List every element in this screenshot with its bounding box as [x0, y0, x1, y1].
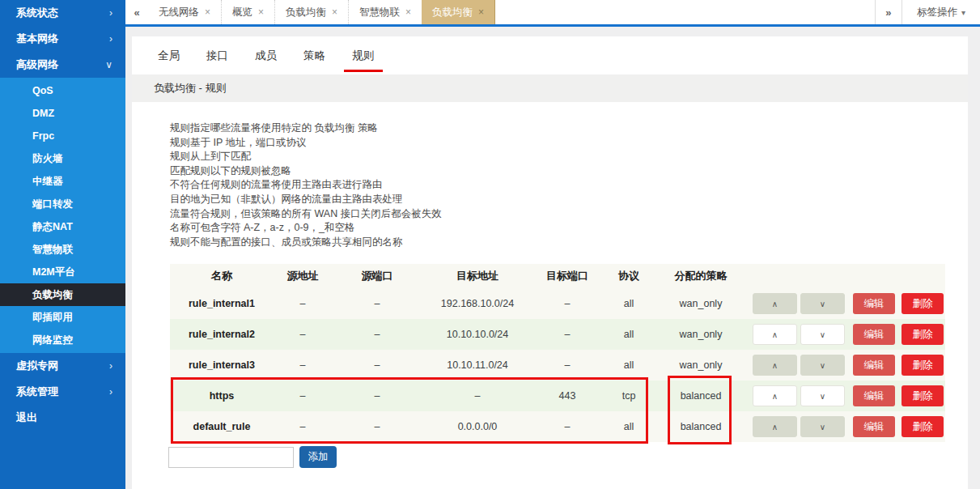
- move-down-button[interactable]: ∨: [800, 355, 845, 376]
- tab-actions-dropdown[interactable]: 标签操作 ▾: [902, 0, 980, 24]
- description-line: 名称可包含字符 A-Z，a-z，0-9，_和空格: [170, 221, 968, 236]
- scroll-tabs-right-button[interactable]: »: [875, 0, 902, 24]
- move-up-button[interactable]: ∧: [753, 355, 797, 376]
- description-line: 匹配规则以下的规则被忽略: [170, 164, 968, 179]
- up-arrow-icon: ∧: [772, 392, 778, 401]
- sidebar-item-basic-network[interactable]: 基本网络 ›: [0, 26, 125, 52]
- table-row: rule_internal3 – – 10.10.11.0/24 – all w…: [170, 350, 945, 381]
- edit-button[interactable]: 编辑: [853, 293, 895, 314]
- move-up-button[interactable]: ∧: [753, 385, 797, 406]
- sidebar-item-firewall[interactable]: 防火墙: [0, 147, 125, 170]
- col-header-proto: 协议: [602, 269, 655, 283]
- rules-description: 规则指定哪些流量将使用特定的 负载均衡 策略 规则基于 IP 地址，端口或协议 …: [170, 121, 968, 249]
- down-arrow-icon: ∨: [820, 361, 825, 370]
- tab-smart-iot[interactable]: 智慧物联 ×: [348, 0, 422, 24]
- description-line: 不符合任何规则的流量将使用主路由表进行路由: [170, 178, 968, 193]
- edit-button[interactable]: 编辑: [853, 385, 895, 406]
- sidebar-item-frpc[interactable]: Frpc: [0, 125, 125, 147]
- delete-button[interactable]: 删除: [902, 355, 944, 376]
- sidebar-item-smart-iot[interactable]: 智慧物联: [0, 238, 125, 261]
- tab-rules[interactable]: 规则: [352, 36, 374, 74]
- tab-wireless-network[interactable]: 无线网络 ×: [148, 0, 221, 24]
- sidebar-item-static-nat[interactable]: 静态NAT: [0, 215, 125, 238]
- delete-button[interactable]: 删除: [902, 416, 944, 437]
- down-arrow-icon: ∨: [820, 300, 825, 308]
- double-chevron-right-icon: »: [885, 6, 891, 19]
- breadcrumb: 负载均衡 - 规则: [132, 74, 968, 102]
- description-line: 规则从上到下匹配: [170, 150, 968, 164]
- scroll-tabs-left-button[interactable]: «: [125, 0, 148, 24]
- tab-actions-label: 标签操作: [917, 6, 957, 19]
- move-down-button[interactable]: ∨: [800, 293, 845, 314]
- sidebar-item-logout[interactable]: 退出: [0, 405, 125, 431]
- delete-button[interactable]: 删除: [902, 293, 944, 314]
- caret-down-icon: ▾: [961, 8, 965, 17]
- chevron-down-icon: ∨: [105, 59, 112, 70]
- chevron-right-icon: ›: [109, 7, 112, 19]
- rule-name: rule_internal1: [170, 298, 274, 309]
- double-chevron-left-icon: «: [134, 6, 139, 19]
- sidebar: 系统状态 › 基本网络 › 高级网络 ∨ QoS DMZ Frpc 防火墙 中继…: [0, 0, 125, 489]
- sidebar-item-port-forward[interactable]: 端口转发: [0, 193, 125, 215]
- tab-global[interactable]: 全局: [158, 36, 180, 74]
- move-down-button[interactable]: ∨: [800, 385, 845, 406]
- rule-name: rule_internal2: [170, 329, 274, 340]
- down-arrow-icon: ∨: [820, 392, 825, 401]
- delete-button[interactable]: 删除: [902, 385, 944, 406]
- description-line: 规则基于 IP 地址，端口或协议: [170, 136, 968, 151]
- move-up-button[interactable]: ∧: [753, 293, 797, 314]
- sidebar-item-advanced-network[interactable]: 高级网络 ∨: [0, 52, 125, 78]
- edit-button[interactable]: 编辑: [853, 324, 895, 345]
- edit-button[interactable]: 编辑: [853, 355, 895, 376]
- tab-load-balance-1[interactable]: 负载均衡 ×: [274, 0, 348, 24]
- tab-interface[interactable]: 接口: [206, 36, 228, 74]
- sidebar-item-system-status[interactable]: 系统状态 ›: [0, 0, 125, 26]
- tab-load-balance-active[interactable]: 负载均衡 ×: [422, 0, 495, 24]
- tab-bar: « 无线网络 × 概览 × 负载均衡 × 智慧物联 × 负载均衡 ×: [125, 0, 980, 27]
- tab-policy[interactable]: 策略: [303, 36, 325, 74]
- close-icon[interactable]: ×: [258, 6, 264, 18]
- sidebar-item-upnp[interactable]: 即插即用: [0, 306, 125, 329]
- table-row: default_rule – – 0.0.0.0/0 – all balance…: [170, 411, 945, 442]
- col-header-dst-addr: 目标地址: [422, 269, 532, 283]
- table-header-row: 名称 源地址 源端口 目标地址 目标端口 协议 分配的策略: [170, 264, 945, 288]
- down-arrow-icon: ∨: [820, 423, 825, 432]
- add-button[interactable]: 添加: [299, 446, 337, 468]
- add-rule-row: 添加: [168, 446, 968, 468]
- move-up-button[interactable]: ∧: [753, 416, 797, 437]
- sidebar-item-qos[interactable]: QoS: [0, 79, 125, 102]
- sidebar-item-label: 系统状态: [16, 6, 58, 20]
- up-arrow-icon: ∧: [772, 300, 778, 308]
- rules-table: 名称 源地址 源端口 目标地址 目标端口 协议 分配的策略 rule_inter…: [170, 264, 945, 442]
- up-arrow-icon: ∧: [772, 330, 778, 339]
- tab-label: 智慧物联: [359, 6, 400, 19]
- up-arrow-icon: ∧: [772, 423, 778, 432]
- new-rule-name-input[interactable]: [168, 447, 294, 468]
- close-icon[interactable]: ×: [332, 6, 337, 18]
- sidebar-item-vpn[interactable]: 虚拟专网 ›: [0, 353, 125, 379]
- close-icon[interactable]: ×: [478, 6, 484, 18]
- sidebar-item-network-monitor[interactable]: 网络监控: [0, 329, 125, 351]
- close-icon[interactable]: ×: [205, 6, 210, 18]
- sidebar-item-load-balance[interactable]: 负载均衡: [0, 283, 125, 306]
- tab-label: 负载均衡: [286, 6, 326, 19]
- chevron-right-icon: ›: [109, 33, 112, 45]
- close-icon[interactable]: ×: [405, 6, 411, 18]
- sidebar-item-m2m-platform[interactable]: M2M平台: [0, 261, 125, 283]
- open-tabs: 无线网络 × 概览 × 负载均衡 × 智慧物联 × 负载均衡 ×: [148, 0, 495, 24]
- col-header-src-addr: 源地址: [274, 269, 332, 283]
- delete-button[interactable]: 删除: [902, 324, 944, 345]
- col-header-src-port: 源端口: [332, 269, 422, 283]
- sidebar-item-system-manage[interactable]: 系统管理 ›: [0, 379, 125, 405]
- sidebar-item-dmz[interactable]: DMZ: [0, 102, 125, 125]
- tab-overview[interactable]: 概览 ×: [221, 0, 274, 24]
- sidebar-item-repeater[interactable]: 中继器: [0, 170, 125, 193]
- tab-member[interactable]: 成员: [255, 36, 277, 74]
- edit-button[interactable]: 编辑: [853, 416, 895, 437]
- move-up-button[interactable]: ∧: [753, 324, 797, 345]
- move-down-button[interactable]: ∨: [800, 416, 845, 437]
- table-row: https – – – 443 tcp balanced ∧ ∨ 编辑 删除: [170, 381, 945, 411]
- sidebar-item-label: 高级网络: [16, 57, 58, 72]
- move-down-button[interactable]: ∨: [800, 324, 845, 345]
- tab-label: 概览: [232, 6, 252, 19]
